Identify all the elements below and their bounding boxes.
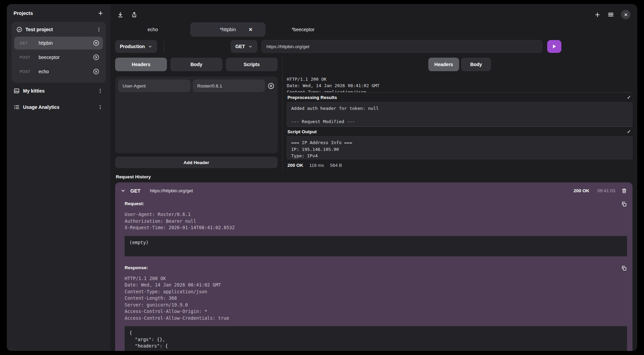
header-row bbox=[118, 80, 275, 92]
script-output-title: Script Output bbox=[287, 129, 317, 134]
app-window: Projects Test project GET httpbin bbox=[7, 4, 637, 351]
tab-response-body[interactable]: Body bbox=[461, 58, 491, 71]
response-status-bar: 200 OK 118 ms 564 B bbox=[287, 159, 632, 171]
kebab-icon bbox=[98, 104, 103, 110]
history-response-body: { "args": {}, "headers": { bbox=[125, 326, 627, 351]
history-entry-body: Request: User-Agent: Roster/0.6.1 Author… bbox=[115, 198, 632, 351]
project-icon bbox=[16, 26, 22, 33]
sidebar-item-beeceptor[interactable]: POST beeceptor bbox=[14, 51, 103, 64]
chevron-down-icon bbox=[121, 188, 126, 193]
sidebar-header: Projects bbox=[12, 10, 106, 16]
circle-x-icon bbox=[93, 68, 100, 75]
circle-x-icon bbox=[267, 82, 275, 90]
editor-panels: Headers Body Scripts Add Header bbox=[115, 58, 632, 171]
header-value-input[interactable] bbox=[193, 80, 265, 92]
add-header-button[interactable]: Add Header bbox=[115, 157, 278, 168]
circle-x-icon bbox=[93, 40, 100, 46]
copy-request-button[interactable] bbox=[621, 201, 627, 207]
tab-scripts[interactable]: Scripts bbox=[226, 58, 278, 71]
request-panel-tabs: Headers Body Scripts bbox=[115, 58, 278, 71]
delete-history-button[interactable] bbox=[621, 188, 627, 194]
circle-x-icon bbox=[93, 54, 100, 61]
hamburger-icon bbox=[607, 11, 614, 18]
preprocessing-title: Preprocessing Results bbox=[287, 95, 337, 100]
document-tabs: echo *httpbin ✕ *beeceptor bbox=[115, 22, 632, 37]
history-timestamp: 09:41:03 bbox=[597, 188, 615, 193]
tab-body[interactable]: Body bbox=[170, 58, 222, 71]
response-time: 118 ms bbox=[309, 163, 324, 168]
sidebar-item-usage-analytics[interactable]: Usage Analytics bbox=[12, 99, 106, 115]
preprocessing-section-header[interactable]: Preprocessing Results ✓ bbox=[287, 92, 632, 102]
history-request-body: (empty) bbox=[125, 236, 627, 256]
history-method: GET bbox=[130, 188, 141, 194]
method-dropdown[interactable]: GET bbox=[231, 40, 257, 53]
image-icon bbox=[14, 88, 20, 94]
check-icon: ✓ bbox=[627, 94, 631, 100]
request-history-title: Request History bbox=[115, 172, 632, 182]
remove-request-button[interactable] bbox=[93, 68, 100, 75]
response-block-label: Response: bbox=[125, 265, 148, 270]
list-icon bbox=[14, 104, 20, 110]
send-request-button[interactable] bbox=[547, 40, 561, 53]
response-panel: Headers Body HTTP/1.1 200 OK Date: Wed, … bbox=[282, 58, 632, 171]
remove-request-button[interactable] bbox=[93, 40, 100, 46]
kebab-icon bbox=[98, 88, 103, 94]
plus-icon bbox=[98, 10, 104, 16]
request-bar: Production GET bbox=[115, 40, 632, 53]
request-name: beeceptor bbox=[39, 55, 93, 60]
sidebar-item-httpbin[interactable]: GET httpbin bbox=[14, 37, 103, 50]
tab-httpbin[interactable]: *httpbin ✕ bbox=[190, 22, 265, 37]
copy-response-button[interactable] bbox=[621, 265, 627, 271]
new-tab-button[interactable] bbox=[594, 12, 601, 18]
project-menu-button[interactable] bbox=[96, 27, 102, 32]
toolbar bbox=[115, 9, 632, 20]
tab-headers[interactable]: Headers bbox=[115, 58, 167, 71]
section-menu-button[interactable] bbox=[98, 104, 103, 110]
script-output-section-header[interactable]: Script Output ✓ bbox=[287, 126, 632, 136]
request-method-label: POST bbox=[20, 55, 35, 59]
history-url: https://httpbin.org/get bbox=[150, 188, 569, 193]
request-name: httpbin bbox=[39, 40, 93, 46]
remove-header-button[interactable] bbox=[267, 82, 275, 90]
request-history-section: Request History GET https://httpbin.org/… bbox=[115, 172, 632, 351]
projects-title: Projects bbox=[14, 11, 33, 16]
project-group: Test project GET httpbin POST beeceptor bbox=[12, 22, 106, 83]
history-request-headers: User-Agent: Roster/0.6.1 Authorization: … bbox=[125, 211, 627, 231]
close-window-button[interactable] bbox=[621, 10, 630, 19]
tab-beeceptor[interactable]: *beeceptor bbox=[265, 22, 341, 37]
divider bbox=[164, 40, 164, 53]
environment-dropdown[interactable]: Production bbox=[115, 40, 157, 53]
tab-response-headers[interactable]: Headers bbox=[428, 58, 459, 71]
request-name: echo bbox=[39, 69, 93, 74]
copy-icon bbox=[621, 201, 627, 207]
sidebar-item-my-kitties[interactable]: My kitties bbox=[12, 83, 106, 99]
project-name: Test project bbox=[25, 27, 93, 32]
response-headers-preview: HTTP/1.1 200 OK Date: Wed, 14 Jan 2026 0… bbox=[287, 76, 632, 92]
history-response-headers: HTTP/1.1 200 OK Date: Wed, 14 Jan 2026 0… bbox=[125, 275, 627, 322]
sidebar-section-label: Usage Analytics bbox=[23, 104, 94, 110]
tab-label: *httpbin bbox=[220, 27, 236, 32]
close-tab-icon[interactable]: ✕ bbox=[249, 27, 253, 32]
export-button[interactable] bbox=[131, 12, 137, 18]
copy-icon bbox=[621, 265, 627, 271]
menu-button[interactable] bbox=[607, 11, 614, 18]
share-icon bbox=[131, 12, 137, 18]
header-key-input[interactable] bbox=[118, 80, 190, 92]
add-project-button[interactable] bbox=[98, 10, 104, 16]
import-button[interactable] bbox=[117, 12, 124, 18]
project-group-header[interactable]: Test project bbox=[14, 25, 103, 37]
remove-request-button[interactable] bbox=[93, 54, 100, 61]
main-area: echo *httpbin ✕ *beeceptor Production GE… bbox=[110, 4, 637, 351]
sidebar: Projects Test project GET httpbin bbox=[7, 4, 110, 351]
url-input[interactable] bbox=[261, 40, 542, 53]
sidebar-item-echo[interactable]: POST echo bbox=[14, 65, 103, 78]
chevron-down-icon bbox=[248, 44, 253, 49]
history-entry: GET https://httpbin.org/get 200 OK 09:41… bbox=[115, 182, 632, 351]
method-value: GET bbox=[235, 44, 245, 49]
history-entry-header[interactable]: GET https://httpbin.org/get 200 OK 09:41… bbox=[115, 182, 632, 198]
status-code: 200 OK bbox=[287, 163, 303, 168]
section-menu-button[interactable] bbox=[98, 88, 103, 94]
headers-list bbox=[115, 77, 278, 153]
tab-echo[interactable]: echo bbox=[115, 22, 190, 37]
kebab-icon bbox=[96, 27, 102, 32]
